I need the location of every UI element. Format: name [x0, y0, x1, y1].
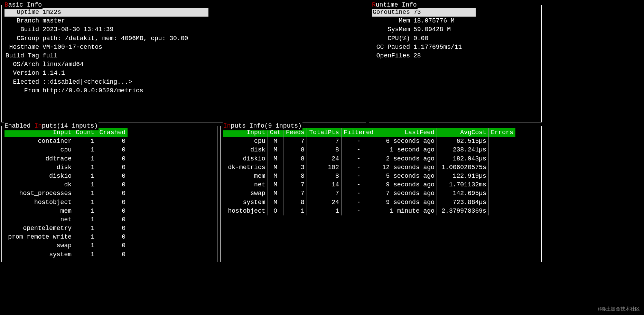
enabled-inputs-title: Enabled Inputs(14 inputs): [4, 122, 99, 130]
table-row[interactable]: netM714-9 seconds ago1.701132ms: [223, 180, 515, 189]
kv-label: CPU(%): [372, 34, 413, 43]
cell: 0: [96, 224, 128, 233]
cell: net: [4, 215, 74, 224]
cell: 0: [96, 137, 128, 146]
cell: 1: [74, 250, 96, 259]
cell: 12 seconds ago: [376, 163, 437, 172]
runtime-info-list[interactable]: Goroutines73Mem18.075776 MSysMem59.09428…: [372, 7, 539, 60]
kv-value: linux/amd64: [43, 60, 84, 69]
kv-row[interactable]: OpenFiles28: [372, 52, 539, 60]
cell: hostobject: [4, 198, 74, 207]
kv-label: Branch: [4, 17, 43, 25]
col-header: LastFeed: [376, 128, 437, 137]
table-row[interactable]: swap10: [4, 241, 128, 250]
inputs-info-title: Inputs Info(9 inputs): [223, 122, 302, 130]
cell: [488, 198, 515, 207]
table-row[interactable]: container10: [4, 137, 128, 146]
table-row[interactable]: hostobject10: [4, 198, 128, 207]
kv-label: OpenFiles: [372, 52, 413, 60]
cell: 7: [283, 180, 307, 189]
cell: 7: [283, 189, 307, 198]
cell: 1: [74, 172, 96, 180]
cell: cpu: [223, 137, 268, 146]
cell: net: [223, 180, 268, 189]
cell: 3: [283, 163, 307, 172]
inputs-info-panel: Inputs Info(9 inputs) InputCatFeedsTotal…: [220, 126, 542, 262]
basic-info-list[interactable]: Uptime1m22sBranchmasterBuild2023-08-30 1…: [4, 7, 363, 95]
table-row[interactable]: host_processes10: [4, 189, 128, 198]
cell: -: [341, 146, 376, 154]
kv-row[interactable]: OS/Archlinux/amd64: [4, 60, 363, 69]
table-row[interactable]: disk10: [4, 163, 128, 172]
table-row[interactable]: net10: [4, 215, 128, 224]
basic-info-title: Basic Info: [4, 1, 43, 9]
kv-row[interactable]: CGrouppath: /datakit, mem: 4096MB, cpu: …: [4, 34, 363, 43]
kv-row[interactable]: Branchmaster: [4, 17, 363, 25]
kv-row[interactable]: Version1.14.1: [4, 69, 363, 77]
cell: M: [268, 172, 283, 180]
kv-row[interactable]: SysMem59.09428 M: [372, 25, 539, 34]
kv-row[interactable]: HostnameVM-100-17-centos: [4, 43, 363, 52]
table-row[interactable]: swapM77-7 seconds ago142.695µs: [223, 189, 515, 198]
table-row[interactable]: diskio10: [4, 172, 128, 180]
table-row[interactable]: prom_remote_write10: [4, 233, 128, 241]
cell: -: [341, 189, 376, 198]
kv-label: Version: [4, 69, 43, 77]
cell: -: [341, 180, 376, 189]
kv-label: From: [4, 86, 43, 95]
cell: swap: [223, 189, 268, 198]
cell: 238.241µs: [437, 146, 488, 154]
cell: cpu: [4, 146, 74, 154]
cell: -: [341, 163, 376, 172]
cell: -: [341, 198, 376, 207]
cell: 1.701132ms: [437, 180, 488, 189]
cell: M: [268, 137, 283, 146]
cell: 1: [74, 233, 96, 241]
table-row[interactable]: mem10: [4, 207, 128, 215]
cell: 1 second ago: [376, 146, 437, 154]
table-row[interactable]: cpuM77-6 seconds ago62.515µs: [223, 137, 515, 146]
table-row[interactable]: ddtrace10: [4, 155, 128, 163]
cell: [488, 137, 515, 146]
table-row[interactable]: diskM88-1 second ago238.241µs: [223, 146, 515, 154]
kv-label: GC Paused: [372, 43, 413, 52]
cell: 62.515µs: [437, 137, 488, 146]
table-row[interactable]: dk10: [4, 180, 128, 189]
cell: host_processes: [4, 189, 74, 198]
cell: 1: [74, 180, 96, 189]
cell: opentelemetry: [4, 224, 74, 233]
kv-row[interactable]: CPU(%)0.00: [372, 34, 539, 43]
enabled-inputs-table[interactable]: InputCountCrashed container10cpu10ddtrac…: [4, 128, 128, 259]
inputs-info-table[interactable]: InputCatFeedsTotalPtsFilteredLastFeedAvg…: [223, 128, 515, 215]
cell: 0: [96, 241, 128, 250]
kv-row[interactable]: Build2023-08-30 13:41:39: [4, 25, 363, 34]
cell: 9 seconds ago: [376, 180, 437, 189]
col-header: Filtered: [341, 128, 376, 137]
table-row[interactable]: dk-metricsM3102-12 seconds ago1.00602057…: [223, 163, 515, 172]
col-header: Crashed: [96, 128, 128, 137]
runtime-info-title: Runtime Info: [371, 1, 418, 9]
kv-row[interactable]: Fromhttp://0.0.0.0:9529/metrics: [4, 86, 363, 95]
cell: 0: [96, 146, 128, 154]
cell: 0: [96, 250, 128, 259]
cell: 1 minute ago: [376, 207, 437, 215]
kv-label: Build: [4, 25, 43, 34]
kv-value: 1.14.1: [43, 69, 65, 77]
cell: 2.379978369s: [437, 207, 488, 215]
table-row[interactable]: opentelemetry10: [4, 224, 128, 233]
table-row[interactable]: memM88-5 seconds ago122.919µs: [223, 172, 515, 180]
table-row[interactable]: system10: [4, 250, 128, 259]
runtime-info-panel: Runtime Info Goroutines73Mem18.075776 MS…: [369, 5, 542, 122]
table-row[interactable]: systemM824-9 seconds ago723.884µs: [223, 198, 515, 207]
cell: 142.695µs: [437, 189, 488, 198]
table-row[interactable]: hostobjectO11-1 minute ago2.379978369s: [223, 207, 515, 215]
kv-row[interactable]: GC Paused1.177695ms/11: [372, 43, 539, 52]
kv-row[interactable]: Mem18.075776 M: [372, 17, 539, 25]
cell: 1: [283, 207, 307, 215]
cell: [488, 155, 515, 163]
kv-row[interactable]: Elected::disabled|<checking...>: [4, 78, 363, 86]
table-row[interactable]: cpu10: [4, 146, 128, 154]
kv-row[interactable]: Build Tagfull: [4, 52, 363, 60]
kv-value: path: /datakit, mem: 4096MB, cpu: 30.00: [43, 34, 188, 43]
table-row[interactable]: diskioM824-2 seconds ago182.943µs: [223, 155, 515, 163]
